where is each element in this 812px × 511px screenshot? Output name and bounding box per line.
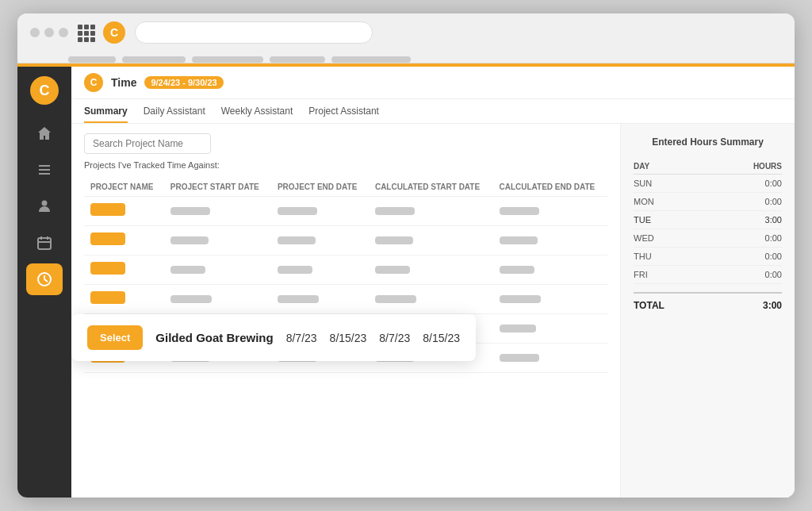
summary-row-wed: WED 0:00 [634, 229, 782, 248]
popup-project-name: Gilded Goat Brewing [155, 331, 273, 344]
summary-hours-wed: 0:00 [695, 229, 782, 248]
col-project-name: PROJECT NAME [84, 178, 164, 197]
gray-pill [500, 325, 536, 332]
summary-table: DAY HOURS SUN 0:00 MON 0:00 [634, 159, 782, 284]
total-hours: 3:00 [763, 300, 782, 311]
tab-daily-assistant[interactable]: Daily Assistant [144, 106, 205, 123]
person-icon [36, 198, 52, 214]
summary-day-wed: WED [634, 229, 695, 248]
summary-hours-sun: 0:00 [695, 175, 782, 193]
svg-line-10 [44, 279, 48, 282]
right-panel: Entered Hours Summary DAY HOURS SUN 0:00 [620, 124, 795, 498]
gray-pill [170, 207, 210, 215]
sidebar-item-home[interactable] [26, 117, 63, 149]
section-label: Projects I've Tracked Time Against: [84, 160, 607, 170]
tab-weekly-assistant[interactable]: Weekly Assistant [221, 106, 293, 123]
col-end-date: PROJECT END DATE [271, 178, 369, 197]
gray-pill [278, 295, 319, 303]
col-calc-start: CALCULATED START DATE [369, 178, 493, 197]
grid-icon[interactable] [78, 25, 94, 40]
summary-day-thu: THU [634, 248, 695, 266]
orange-pill [90, 203, 125, 216]
popup-calc-end: 8/15/23 [423, 332, 460, 344]
summary-title: Entered Hours Summary [634, 136, 782, 148]
summary-row-mon: MON 0:00 [634, 193, 782, 211]
gray-pill [278, 236, 316, 244]
table-row[interactable] [84, 197, 607, 226]
main-content: C Time 9/24/23 - 9/30/23 Summary Daily A… [71, 67, 795, 498]
clock-icon [36, 271, 52, 287]
table-row[interactable] [84, 226, 607, 256]
summary-hours-fri: 0:00 [695, 266, 782, 284]
gray-pill [278, 207, 317, 215]
table-row[interactable] [84, 256, 607, 285]
popup-calc-start: 8/7/23 [379, 332, 410, 344]
summary-day-mon: MON [634, 193, 695, 211]
gray-pill [375, 207, 415, 215]
browser-chrome: C [17, 13, 795, 63]
summary-hours-thu: 0:00 [695, 248, 782, 266]
search-input[interactable] [84, 133, 211, 154]
sidebar-brand: C [30, 76, 59, 105]
gray-pill [500, 266, 534, 274]
summary-total-row: TOTAL 3:00 [634, 292, 782, 311]
summary-col-day: DAY [634, 159, 695, 175]
orange-pill [90, 232, 125, 245]
brand-logo: C [103, 21, 125, 44]
gray-pill [278, 266, 312, 274]
orange-pill [90, 262, 125, 275]
gray-pill [500, 295, 541, 303]
project-dropdown-popup: Select Gilded Goat Brewing 8/7/23 8/15/2… [71, 314, 476, 361]
content-area: Projects I've Tracked Time Against: PROJ… [71, 124, 795, 498]
content-header: C Time 9/24/23 - 9/30/23 [71, 67, 795, 99]
select-button[interactable]: Select [87, 325, 143, 350]
svg-rect-2 [39, 173, 50, 175]
summary-col-hours: HOURS [695, 159, 782, 175]
address-bar[interactable] [135, 21, 373, 44]
summary-day-tue: TUE [634, 211, 695, 229]
gray-pill [500, 236, 538, 244]
total-label: TOTAL [634, 300, 665, 311]
summary-hours-mon: 0:00 [695, 193, 782, 211]
sidebar-item-clock[interactable] [26, 263, 63, 295]
left-panel: Projects I've Tracked Time Against: PROJ… [71, 124, 620, 498]
app-body: C [17, 67, 795, 498]
gray-pill [170, 266, 205, 274]
svg-point-3 [42, 201, 48, 206]
list-icon [36, 162, 52, 178]
svg-rect-4 [38, 238, 51, 249]
summary-row-fri: FRI 0:00 [634, 266, 782, 284]
page-title: Time [111, 76, 136, 89]
tab-project-assistant[interactable]: Project Assistant [308, 106, 379, 123]
col-calc-end: CALCULATED END DATE [493, 178, 608, 197]
svg-rect-0 [39, 165, 50, 167]
sidebar-item-list[interactable] [26, 154, 63, 186]
browser-nav-pills [30, 50, 782, 63]
tab-bar: Summary Daily Assistant Weekly Assistant… [71, 99, 795, 124]
summary-day-fri: FRI [634, 266, 695, 284]
svg-rect-1 [39, 169, 50, 171]
summary-row-sun: SUN 0:00 [634, 175, 782, 193]
gray-pill [375, 295, 416, 303]
col-start-date: PROJECT START DATE [164, 178, 271, 197]
browser-dots [30, 28, 68, 37]
date-range-badge: 9/24/23 - 9/30/23 [144, 76, 223, 89]
gray-pill [500, 354, 539, 362]
table-row[interactable] [84, 285, 607, 314]
summary-day-sun: SUN [634, 175, 695, 193]
home-icon [36, 125, 52, 141]
summary-row-tue: TUE 3:00 [634, 211, 782, 229]
orange-pill [90, 291, 125, 304]
gray-pill [375, 266, 410, 274]
content-brand: C [84, 73, 103, 92]
sidebar: C [17, 67, 71, 498]
sidebar-item-person[interactable] [26, 190, 63, 222]
calendar-icon [36, 235, 52, 251]
gray-pill [170, 236, 209, 244]
tab-summary[interactable]: Summary [84, 106, 128, 123]
gray-pill [500, 207, 539, 215]
gray-pill [375, 236, 413, 244]
popup-end-date: 8/15/23 [330, 332, 367, 344]
sidebar-item-calendar[interactable] [26, 227, 63, 259]
gray-pill [170, 295, 212, 303]
